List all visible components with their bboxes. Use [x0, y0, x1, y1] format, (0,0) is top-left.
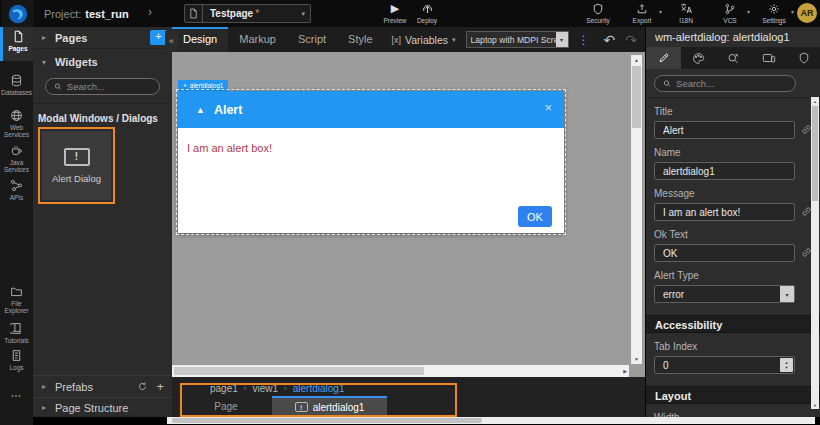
alerttype-select[interactable]: error ▾	[654, 285, 795, 303]
alert-dialog-title: Alert	[214, 103, 242, 117]
scroll-up-icon[interactable]: ▲	[631, 55, 642, 65]
number-stepper[interactable]: ▲ ▼	[780, 358, 793, 372]
close-icon[interactable]: ×	[544, 100, 552, 115]
alerttype-value: error	[655, 289, 780, 300]
tab-security[interactable]	[786, 47, 820, 69]
alert-ok-button[interactable]: OK	[518, 206, 552, 227]
scroll-up-icon[interactable]: ▲	[811, 97, 819, 105]
scrollbar-thumb[interactable]	[172, 418, 482, 423]
page-selector-dropdown[interactable]: Testpage * ▾	[184, 4, 311, 23]
variables-icon: [x]	[392, 35, 402, 45]
i18n-button[interactable]: I18N	[670, 2, 702, 24]
properties-scrollbar[interactable]: ▲ ▼	[811, 97, 819, 409]
left-panel: ▸ Pages + ▾ Widgets Modal Windows / Dial…	[33, 27, 172, 417]
tab-style[interactable]: Style	[337, 27, 383, 52]
export-button[interactable]: ▾ Export	[626, 2, 658, 24]
preview-button[interactable]: ▶ Preview	[378, 2, 412, 24]
alerttype-field-label: Alert Type	[654, 270, 795, 281]
title-field-label: Title	[654, 106, 795, 117]
widget-search[interactable]	[45, 78, 160, 95]
breadcrumb-item-alertdialog1[interactable]: alertdialog1	[293, 383, 345, 394]
oktext-field[interactable]	[654, 244, 795, 262]
security-button[interactable]: Security	[582, 2, 614, 24]
page-icon	[12, 30, 25, 43]
breadcrumb-item-page1[interactable]: page1	[210, 383, 238, 394]
page-structure-section-header[interactable]: ▸ Page Structure	[33, 397, 172, 417]
tab-design[interactable]: Design	[172, 27, 228, 52]
add-prefab-button[interactable]: +	[156, 379, 164, 394]
undo-button[interactable]: ↶	[604, 32, 616, 48]
export-icon	[636, 2, 648, 15]
footer-tab-alertdialog1[interactable]: ! alertdialog1	[272, 396, 387, 416]
name-field[interactable]	[654, 162, 795, 180]
alert-dialog-message: I am an alert box!	[187, 142, 272, 154]
property-search-input[interactable]	[676, 78, 787, 89]
alert-dialog-preview[interactable]: ▲ Alert × I am an alert box! OK	[178, 91, 564, 233]
widget-search-input[interactable]	[67, 81, 151, 92]
sidebar-item-tutorials[interactable]: Tutorials	[0, 319, 33, 344]
tabindex-field-label: Tab Index	[654, 341, 795, 352]
pages-section-header[interactable]: ▸ Pages +	[33, 27, 172, 49]
scroll-down-icon[interactable]: ▼	[811, 401, 819, 409]
sidebar-item-java-services[interactable]: Java Services	[0, 141, 33, 174]
scroll-right-icon[interactable]: ▶	[623, 365, 627, 377]
collapse-panel-button[interactable]: «	[165, 31, 178, 51]
device-selector-dropdown[interactable]: Laptop with MDPI Screen ▾	[466, 31, 569, 48]
design-canvas[interactable]: + alertdialog1 ▲ Alert × I am an alert b…	[172, 52, 645, 377]
alert-dialog-widget[interactable]: ! Alert Dialog	[42, 131, 111, 200]
widgets-section-header[interactable]: ▾ Widgets	[33, 49, 172, 75]
alert-dialog-icon: !	[295, 402, 308, 412]
shield-icon	[592, 2, 604, 15]
breadcrumb-chevron-icon: ›	[148, 5, 152, 19]
message-field[interactable]	[654, 203, 795, 221]
scroll-down-icon[interactable]: ▼	[631, 354, 642, 364]
alert-dialog-header: ▲ Alert ×	[178, 91, 564, 128]
vcs-button[interactable]: ▾ VCS	[714, 2, 746, 24]
stepper-down-icon[interactable]: ▼	[785, 365, 789, 370]
footer-tab-page[interactable]: Page	[180, 398, 272, 416]
alert-dialog-icon: !	[64, 148, 90, 166]
breadcrumb-item-view1[interactable]: view1	[252, 383, 278, 394]
prefabs-section-header[interactable]: ▸ Prefabs +	[33, 375, 172, 397]
deploy-button[interactable]: Deploy	[410, 2, 444, 24]
canvas-horizontal-scrollbar[interactable]: ▶	[172, 365, 629, 377]
canvas-vertical-scrollbar[interactable]: ▲ ▼	[631, 55, 642, 364]
sidebar-item-logs[interactable]: Logs	[0, 346, 33, 371]
widget-category-label: Modal Windows / Dialogs	[33, 103, 172, 128]
sidebar-item-pages[interactable]: Pages	[0, 27, 33, 61]
tab-properties[interactable]	[646, 47, 681, 69]
redo-button[interactable]: ↷	[625, 32, 637, 48]
footer-tab-label: alertdialog1	[313, 402, 365, 413]
coffee-cup-icon	[10, 144, 23, 157]
tab-styles[interactable]	[681, 47, 716, 69]
scrollbar-thumb[interactable]	[174, 367, 424, 375]
scrollbar-thumb[interactable]	[632, 66, 641, 128]
title-field[interactable]	[654, 121, 795, 139]
wavemaker-logo-icon	[7, 3, 29, 25]
project-name: test_run	[85, 8, 128, 20]
user-avatar[interactable]: AR	[797, 3, 817, 23]
tab-events[interactable]	[716, 47, 751, 69]
oktext-field-label: Ok Text	[654, 229, 795, 240]
chevron-right-icon: ▸	[42, 382, 50, 391]
widget-selection-tag[interactable]: + alertdialog1	[178, 80, 228, 91]
sidebar-item-databases[interactable]: Databases	[0, 71, 33, 96]
sidebar-item-apis[interactable]: APIs	[0, 176, 33, 201]
tab-markup[interactable]: Markup	[228, 27, 287, 52]
more-options-icon[interactable]: ⋮	[578, 33, 590, 47]
page-horizontal-scrollbar[interactable]	[167, 417, 815, 424]
settings-button[interactable]: ▾ Settings	[758, 2, 790, 24]
sidebar-item-web-services[interactable]: Web Services	[0, 106, 33, 139]
refresh-icon[interactable]	[137, 381, 148, 392]
scrollbar-thumb[interactable]	[812, 106, 818, 201]
sidebar-item-file-explorer[interactable]: File Explorer	[0, 282, 33, 315]
tab-script[interactable]: Script	[287, 27, 337, 52]
tabindex-field[interactable]	[654, 356, 795, 374]
tab-device[interactable]	[751, 47, 786, 69]
preview-label: Preview	[383, 17, 406, 24]
app-logo[interactable]	[2, 0, 34, 27]
variables-button[interactable]: [x] Variables ▾	[392, 34, 456, 46]
rail-overflow-icon[interactable]: •••	[0, 392, 33, 399]
property-search[interactable]	[654, 75, 796, 92]
name-field-label: Name	[654, 147, 795, 158]
